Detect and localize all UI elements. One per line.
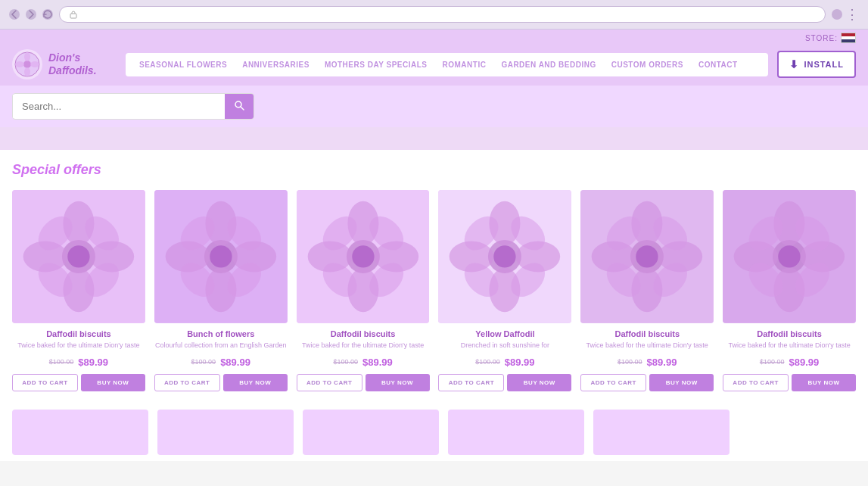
nav-mothers-day[interactable]: MOTHERS DAY SPECIALS — [317, 53, 435, 76]
svg-rect-0 — [70, 14, 76, 18]
bottom-strip — [0, 403, 868, 461]
product-prices: $100.00 $89.99 — [438, 357, 571, 368]
bottom-thumb-2 — [157, 410, 294, 455]
product-actions: ADD TO CART BUY NOW — [154, 374, 288, 391]
product-image — [12, 190, 145, 323]
search-icon — [234, 100, 244, 111]
browser-controls: ⋮ — [832, 6, 859, 23]
nav-contact[interactable]: CONTACT — [691, 53, 745, 76]
product-grid: Daffodil biscuits Twice baked for the ul… — [12, 190, 856, 391]
section-title: Special offers — [12, 162, 856, 178]
product-description: Drenched in soft sunshine for — [438, 341, 571, 350]
browser-chrome: ⋮ — [0, 0, 868, 30]
product-actions: ADD TO CART BUY NOW — [580, 374, 714, 391]
buy-now-button[interactable]: BUY NOW — [81, 374, 145, 391]
price-new: $89.99 — [362, 357, 393, 368]
add-to-cart-button[interactable]: ADD TO CART — [438, 374, 504, 391]
nav-garden-bedding[interactable]: GARDEN AND BEDDING — [493, 53, 603, 76]
back-button[interactable] — [9, 9, 20, 20]
logo-icon — [12, 49, 42, 79]
product-image — [438, 190, 571, 323]
browser-menu-icon[interactable]: ⋮ — [845, 6, 859, 23]
profile-icon — [832, 9, 842, 20]
product-description: Twice baked for the ultimate Dion'y tast… — [580, 341, 714, 350]
bottom-thumb-4 — [448, 410, 584, 455]
flag-icon — [841, 33, 856, 43]
svg-point-3 — [24, 52, 30, 61]
price-old: $100.00 — [475, 358, 500, 366]
price-new: $89.99 — [789, 357, 819, 368]
product-description: Twice baked for the ultimate Dion'y tast… — [723, 341, 856, 350]
add-to-cart-button[interactable]: ADD TO CART — [297, 374, 362, 391]
price-new: $89.99 — [505, 357, 535, 368]
price-old: $100.00 — [760, 358, 785, 366]
nav-anniversaries[interactable]: ANNIVERSARIES — [235, 53, 317, 76]
daffodil-logo-icon — [14, 51, 41, 78]
search-input[interactable] — [13, 95, 225, 118]
price-new: $89.99 — [647, 357, 677, 368]
product-card: Daffodil biscuits Twice baked for the ul… — [723, 190, 856, 391]
product-name: Bunch of flowers — [154, 329, 288, 338]
product-name: Daffodil biscuits — [12, 329, 145, 338]
product-actions: ADD TO CART BUY NOW — [12, 374, 145, 391]
product-card: Daffodil biscuits Twice baked for the ul… — [580, 190, 714, 391]
product-prices: $100.00 $89.99 — [297, 357, 430, 368]
site-header: STORE: Dion's Daffodils. SEASONA — [0, 30, 868, 86]
buy-now-button[interactable]: BUY NOW — [507, 374, 571, 391]
header-top: STORE: — [0, 30, 868, 43]
product-prices: $100.00 $89.99 — [723, 357, 856, 368]
header-main: Dion's Daffodils. SEASONAL FLOWERS ANNIV… — [0, 43, 868, 86]
price-old: $100.00 — [618, 358, 642, 366]
svg-point-63 — [636, 245, 658, 267]
product-actions: ADD TO CART BUY NOW — [438, 374, 571, 391]
price-new: $89.99 — [78, 357, 108, 368]
svg-point-52 — [494, 245, 516, 267]
add-to-cart-button[interactable]: ADD TO CART — [154, 374, 220, 391]
banner-strip — [0, 127, 868, 150]
install-arrow-icon: ⬇ — [789, 58, 799, 70]
svg-point-6 — [30, 61, 39, 67]
logo: Dion's Daffodils. — [12, 49, 126, 79]
product-card: Daffodil biscuits Twice baked for the ul… — [297, 190, 430, 391]
nav-romantic[interactable]: ROMANTIC — [435, 53, 494, 76]
product-prices: $100.00 $89.99 — [12, 357, 145, 368]
url-bar[interactable] — [59, 6, 826, 23]
install-button[interactable]: ⬇ INSTALL — [777, 51, 856, 78]
forward-button[interactable] — [26, 9, 36, 20]
svg-point-19 — [67, 245, 89, 267]
bottom-thumb-1 — [12, 410, 148, 455]
product-actions: ADD TO CART BUY NOW — [297, 374, 430, 391]
lock-icon — [69, 10, 78, 19]
buy-now-button[interactable]: BUY NOW — [366, 374, 430, 391]
search-input-wrap — [12, 93, 254, 120]
price-old: $100.00 — [191, 358, 216, 366]
product-name: Daffodil biscuits — [723, 329, 856, 338]
product-description: Twice baked for the ultimate Dion'y tast… — [297, 341, 430, 350]
buy-now-button[interactable]: BUY NOW — [649, 374, 714, 391]
logo-text: Dion's Daffodils. — [48, 51, 97, 77]
svg-point-5 — [15, 61, 24, 67]
nav-seasonal-flowers[interactable]: SEASONAL FLOWERS — [132, 53, 235, 76]
refresh-button[interactable] — [42, 9, 53, 20]
svg-point-74 — [778, 245, 800, 267]
nav-custom-orders[interactable]: CUSTOM ORDERS — [604, 53, 691, 76]
search-button[interactable] — [225, 94, 254, 119]
product-image — [154, 190, 288, 323]
product-image — [580, 190, 714, 323]
buy-now-button[interactable]: BUY NOW — [792, 374, 856, 391]
svg-point-4 — [24, 67, 30, 76]
svg-point-41 — [352, 245, 374, 267]
add-to-cart-button[interactable]: ADD TO CART — [12, 374, 78, 391]
main-content: Special offers Daffodil biscuits Twice b… — [0, 150, 868, 403]
buy-now-button[interactable]: BUY NOW — [223, 374, 288, 391]
add-to-cart-button[interactable]: ADD TO CART — [580, 374, 646, 391]
add-to-cart-button[interactable]: ADD TO CART — [723, 374, 789, 391]
svg-point-30 — [210, 245, 232, 267]
product-image — [723, 190, 856, 323]
product-image — [297, 190, 430, 323]
svg-line-8 — [241, 107, 244, 110]
product-name: Yellow Daffodil — [438, 329, 571, 338]
product-name: Daffodil biscuits — [580, 329, 714, 338]
price-new: $89.99 — [220, 357, 250, 368]
product-description: Colourful collection from an English Gar… — [154, 341, 288, 350]
